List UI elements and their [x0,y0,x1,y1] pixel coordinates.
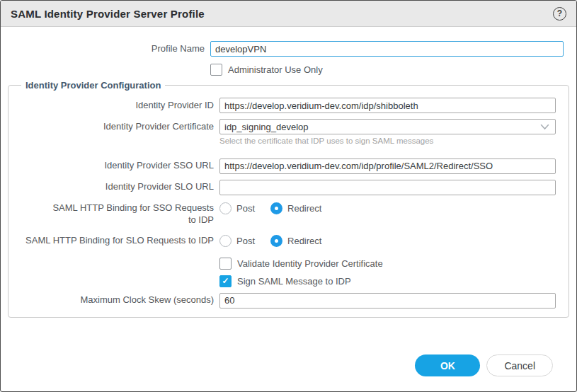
idp-id-input[interactable] [219,98,556,113]
idp-certificate-help-text: Select the certificate that IDP uses to … [219,137,556,146]
radio-selected-icon[interactable] [270,202,282,214]
dialog-footer: OK Cancel [9,354,564,391]
help-icon[interactable]: ? [553,7,566,21]
sso-binding-label: SAML HTTP Binding for SSO Requests to ID… [16,202,219,226]
sso-binding-options: Post Redirect [219,202,321,214]
radio-unselected-icon[interactable] [219,235,232,247]
idp-certificate-label: Identity Provider Certificate [16,121,219,133]
clock-skew-label: Maximum Clock Skew (seconds) [16,294,219,306]
sso-url-input[interactable] [219,158,556,174]
ok-button[interactable]: OK [415,354,480,376]
identity-provider-configuration-legend: Identity Provider Configuration [21,80,165,91]
chevron-down-icon [540,124,549,130]
sso-binding-option-redirect[interactable]: Redirect [270,202,321,214]
validate-cert-label: Validate Identity Provider Certificate [237,258,383,269]
slo-url-input[interactable] [219,180,556,195]
profile-name-input[interactable] [210,41,564,57]
profile-name-row: Profile Name [9,41,564,57]
idp-certificate-row: Identity Provider Certificate idp_signin… [16,119,556,134]
sign-saml-label: Sign SAML Message to IDP [237,276,351,287]
idp-certificate-value: idp_signing_develop [224,122,309,132]
radio-selected-icon[interactable] [270,235,282,247]
slo-binding-label: SAML HTTP Binding for SLO Requests to ID… [16,235,219,247]
idp-certificate-select[interactable]: idp_signing_develop [219,119,556,134]
admin-only-checkbox[interactable] [210,64,222,76]
identity-provider-configuration-group: Identity Provider Configuration Identity… [8,80,569,318]
sign-saml-checkbox[interactable]: ✓ [219,275,232,287]
idp-id-label: Identity Provider ID [16,100,219,112]
sso-binding-row: SAML HTTP Binding for SSO Requests to ID… [16,202,556,226]
idp-certificate-help-row: Select the certificate that IDP uses to … [16,137,556,146]
dialog-title: SAML Identity Provider Server Profile [11,8,205,20]
saml-idp-server-profile-dialog: SAML Identity Provider Server Profile ? … [0,0,577,392]
sso-url-label: Identity Provider SSO URL [16,160,219,172]
admin-only-row: Administrator Use Only [9,64,564,76]
dialog-titlebar: SAML Identity Provider Server Profile ? [1,1,576,27]
sso-url-row: Identity Provider SSO URL [16,158,556,174]
idp-id-row: Identity Provider ID [16,98,556,113]
validate-cert-checkbox[interactable] [219,258,232,270]
sign-saml-row: ✓ Sign SAML Message to IDP [16,275,556,287]
slo-url-row: Identity Provider SLO URL [16,180,556,195]
sso-binding-option-post[interactable]: Post [219,202,255,214]
sso-binding-redirect-label: Redirect [287,203,321,214]
slo-binding-option-post[interactable]: Post [219,235,255,247]
slo-binding-post-label: Post [236,236,255,246]
sso-binding-post-label: Post [236,203,255,214]
slo-binding-redirect-label: Redirect [287,236,321,246]
validate-cert-row: Validate Identity Provider Certificate [16,258,556,270]
clock-skew-row: Maximum Clock Skew (seconds) [16,293,556,309]
admin-only-label: Administrator Use Only [228,64,323,75]
cancel-button[interactable]: Cancel [486,354,553,376]
dialog-body: Profile Name Administrator Use Only Iden… [1,27,576,391]
radio-unselected-icon[interactable] [219,202,232,214]
slo-binding-row: SAML HTTP Binding for SLO Requests to ID… [16,235,556,247]
profile-name-label: Profile Name [9,43,210,55]
clock-skew-input[interactable] [219,293,556,309]
slo-url-label: Identity Provider SLO URL [16,181,219,193]
slo-binding-options: Post Redirect [219,235,321,247]
slo-binding-option-redirect[interactable]: Redirect [270,235,321,247]
